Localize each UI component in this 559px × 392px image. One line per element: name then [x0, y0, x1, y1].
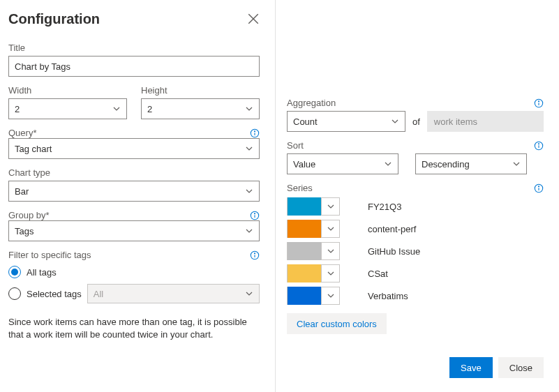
color-swatch	[288, 264, 321, 282]
svg-point-13	[538, 100, 539, 101]
svg-point-16	[538, 143, 539, 144]
series-row: Verbatims	[287, 287, 544, 305]
sort-order-value: Descending	[422, 159, 470, 169]
color-swatch	[288, 197, 321, 216]
chart-type-value: Bar	[15, 186, 29, 197]
width-value: 2	[15, 104, 20, 114]
chevron-down-icon	[112, 105, 121, 113]
color-swatch	[288, 242, 321, 260]
sort-field-select[interactable]: Value	[287, 153, 398, 174]
series-list: FY21Q3content-perfGitHub IssueCSatVerbat…	[287, 197, 544, 305]
series-row: content-perf	[287, 220, 544, 238]
chevron-down-icon	[245, 289, 253, 298]
selected-tags-select[interactable]: All	[87, 284, 260, 303]
series-color-picker[interactable]	[287, 242, 340, 260]
chevron-down-icon	[391, 117, 399, 126]
radio-selected-tags-label: Selected tags	[27, 289, 82, 299]
sort-label: Sort	[287, 140, 304, 151]
title-label: Title	[8, 43, 260, 53]
configuration-panel: Configuration Title Width 2 Height 2	[0, 0, 559, 392]
group-by-select[interactable]: Tags	[8, 220, 260, 241]
series-name: FY21Q3	[368, 202, 401, 212]
chevron-down-icon	[512, 160, 521, 168]
chevron-down-icon	[321, 220, 339, 238]
height-select[interactable]: 2	[141, 98, 260, 119]
info-icon[interactable]	[250, 211, 260, 220]
chevron-down-icon	[245, 227, 253, 235]
chevron-down-icon	[245, 187, 253, 195]
right-column: Aggregation Count of work items Sort Val…	[276, 0, 559, 392]
svg-point-19	[538, 186, 539, 186]
height-value: 2	[147, 104, 152, 114]
info-icon[interactable]	[534, 183, 544, 193]
width-label: Width	[8, 85, 127, 96]
color-swatch	[288, 287, 321, 305]
svg-point-4	[254, 130, 255, 131]
series-color-picker[interactable]	[287, 220, 340, 238]
info-icon[interactable]	[250, 250, 260, 260]
close-icon[interactable]	[247, 13, 260, 25]
radio-selected-tags[interactable]	[8, 287, 21, 300]
sort-order-select[interactable]: Descending	[415, 153, 527, 174]
title-input[interactable]	[8, 56, 260, 77]
aggregation-label: Aggregation	[287, 98, 336, 108]
chevron-down-icon	[321, 264, 339, 282]
save-button[interactable]: Save	[449, 357, 493, 378]
series-name: GitHub Issue	[368, 246, 420, 257]
close-button[interactable]: Close	[498, 357, 544, 378]
info-icon[interactable]	[534, 98, 544, 108]
filter-tags-label: Filter to specific tags	[8, 250, 91, 260]
series-name: CSat	[368, 269, 388, 279]
clear-custom-colors-button[interactable]: Clear custom colors	[287, 313, 387, 334]
aggregation-of-field: work items	[427, 111, 544, 132]
radio-all-tags-label: All tags	[27, 267, 57, 278]
svg-point-10	[254, 252, 255, 253]
series-row: GitHub Issue	[287, 242, 544, 260]
chevron-down-icon	[321, 287, 339, 305]
chart-type-select[interactable]: Bar	[8, 181, 260, 202]
sort-field-value: Value	[293, 159, 315, 169]
chevron-down-icon	[245, 144, 253, 153]
left-column: Configuration Title Width 2 Height 2	[0, 0, 276, 392]
info-icon[interactable]	[534, 141, 544, 151]
height-label: Height	[141, 85, 260, 96]
chevron-down-icon	[321, 197, 339, 216]
series-name: Verbatims	[368, 291, 408, 301]
width-select[interactable]: 2	[8, 98, 127, 119]
selected-tags-placeholder: All	[94, 289, 103, 299]
footer-buttons: Save Close	[449, 357, 544, 378]
group-by-label: Group by*	[8, 210, 50, 220]
aggregation-of-text: of	[412, 116, 420, 127]
group-by-value: Tags	[15, 226, 33, 236]
series-name: content-perf	[368, 224, 416, 234]
info-icon[interactable]	[250, 128, 260, 138]
series-label: Series	[287, 183, 313, 193]
chart-type-label: Chart type	[8, 167, 260, 178]
series-row: CSat	[287, 264, 544, 282]
series-color-picker[interactable]	[287, 264, 340, 282]
radio-all-tags[interactable]	[8, 266, 21, 278]
chevron-down-icon	[384, 160, 392, 168]
chevron-down-icon	[245, 105, 253, 113]
query-select[interactable]: Tag chart	[8, 138, 260, 159]
filter-note: Since work items can have more than one …	[8, 316, 260, 341]
series-color-picker[interactable]	[287, 197, 340, 216]
series-color-picker[interactable]	[287, 287, 340, 305]
aggregation-of-value: work items	[434, 116, 477, 127]
series-row: FY21Q3	[287, 197, 544, 216]
svg-point-7	[254, 213, 255, 213]
aggregation-value: Count	[293, 116, 318, 127]
query-label: Query*	[8, 128, 36, 138]
chevron-down-icon	[321, 242, 339, 260]
query-value: Tag chart	[15, 144, 52, 154]
color-swatch	[288, 220, 321, 238]
page-title: Configuration	[8, 11, 260, 27]
aggregation-select[interactable]: Count	[287, 111, 405, 132]
